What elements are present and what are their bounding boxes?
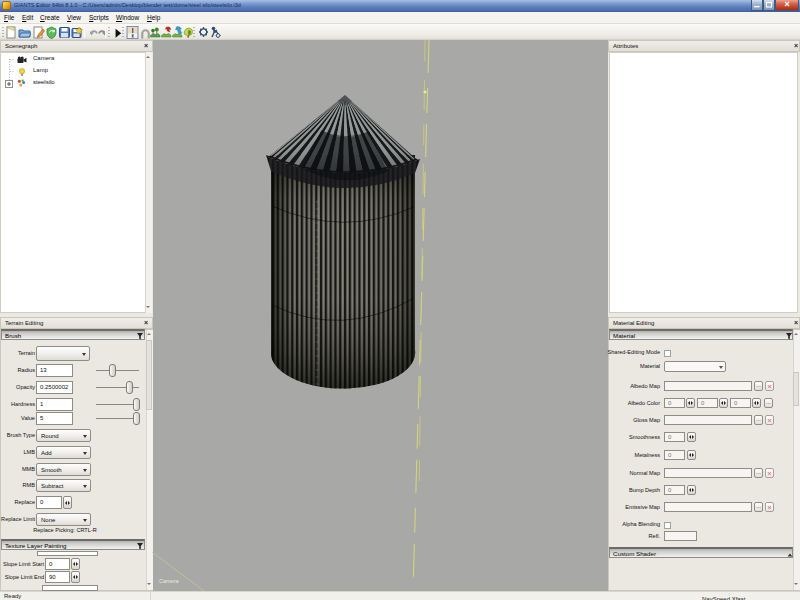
svg-text:Camera: Camera [159,578,180,584]
